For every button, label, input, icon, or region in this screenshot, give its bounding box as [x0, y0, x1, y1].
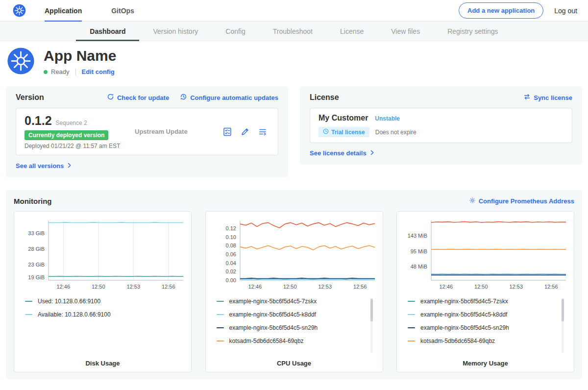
see-all-versions-label: See all versions	[16, 162, 64, 170]
status-text: Ready	[51, 68, 70, 75]
legend-swatch	[217, 301, 224, 302]
trial-license-label: Trial license	[331, 129, 365, 136]
preflight-checks-icon[interactable]	[222, 127, 232, 137]
svg-text:0.02: 0.02	[225, 268, 236, 274]
disk-usage-chart: 33 GiB28 GiB23 GiB19 GiB12:4612:5012:531…	[18, 218, 187, 292]
check-for-update-link[interactable]: Check for update	[107, 93, 169, 102]
edit-config-link[interactable]: Edit config	[82, 68, 115, 75]
add-application-button[interactable]: Add a new application	[459, 2, 543, 19]
legend-label: Available: 10.128.0.66:9100	[38, 311, 111, 318]
version-number: 0.1.2	[24, 114, 52, 127]
legend-item[interactable]: example-nginx-5bc6f5d4c5-k8ddf	[408, 311, 570, 318]
legend-item[interactable]: example-nginx-5bc6f5d4c5-k8ddf	[217, 311, 379, 318]
legend-label: example-nginx-5bc6f5d4c5-sn29h	[229, 324, 318, 331]
license-channel: Unstable	[375, 115, 400, 122]
customer-name: My Customer	[318, 114, 368, 122]
tab-view-files[interactable]: View files	[377, 22, 434, 41]
version-card: Version Check for update Configure autom…	[6, 86, 288, 177]
svg-text:0.08: 0.08	[225, 243, 236, 248]
license-card-title: License	[310, 93, 339, 102]
legend-label: example-nginx-5bc6f5d4c5-sn29h	[420, 324, 509, 331]
version-sequence: Sequence 2	[56, 120, 87, 126]
tab-version-history[interactable]: Version history	[139, 22, 212, 41]
configure-prometheus-link[interactable]: Configure Prometheus Address	[469, 197, 574, 205]
nav-tab-gitops[interactable]: GitOps	[111, 0, 134, 22]
svg-text:12:50: 12:50	[92, 284, 105, 290]
legend-item[interactable]: example-nginx-5bc6f5d4c5-7zskx	[408, 298, 570, 305]
tab-license[interactable]: License	[326, 22, 377, 41]
app-header: App Name Ready Edit config	[0, 41, 588, 81]
configure-prometheus-label: Configure Prometheus Address	[479, 197, 574, 205]
see-license-details-link[interactable]: See license details	[310, 149, 375, 157]
auto-update-icon	[180, 93, 187, 102]
legend-scrollbar[interactable]	[370, 298, 373, 353]
chart-title: Disk Usage	[18, 360, 187, 367]
see-all-versions-link[interactable]: See all versions	[16, 162, 72, 170]
see-license-details-label: See license details	[310, 149, 367, 157]
svg-text:33 GiB: 33 GiB	[28, 230, 45, 236]
legend-item[interactable]: example-nginx-5bc6f5d4c5-sn29h	[408, 324, 570, 331]
legend-item[interactable]: kotsadm-5db6dc6584-69qbz	[408, 338, 570, 344]
svg-text:12:53: 12:53	[509, 284, 523, 290]
chart-title: CPU Usage	[210, 360, 379, 367]
tab-config[interactable]: Config	[212, 22, 259, 41]
svg-text:23 GiB: 23 GiB	[28, 262, 45, 268]
legend-swatch	[408, 341, 415, 341]
legend-label: example-nginx-5bc6f5d4c5-k8ddf	[420, 311, 507, 318]
scrollbar-thumb[interactable]	[370, 299, 373, 321]
page-title: App Name	[44, 48, 116, 64]
customer-row: My Customer Unstable	[318, 114, 564, 122]
legend-label: example-nginx-5bc6f5d4c5-7zskx	[229, 298, 317, 305]
svg-text:12:46: 12:46	[248, 284, 262, 290]
app-logo-icon	[7, 47, 35, 75]
version-card-head: Version Check for update Configure autom…	[16, 93, 278, 102]
svg-text:48 MiB: 48 MiB	[411, 264, 427, 269]
gear-icon	[469, 197, 476, 205]
nav-tab-application[interactable]: Application	[45, 0, 82, 22]
divider	[75, 69, 76, 75]
version-card-actions: Check for update Configure automatic upd…	[107, 93, 278, 102]
memory-usage-chart: 143 MiB95 MiB48 MiB12:4612:5012:5312:56	[401, 218, 570, 292]
svg-text:12:50: 12:50	[283, 284, 296, 290]
svg-text:12:46: 12:46	[56, 284, 70, 290]
upstream-update-label: Upstream Update	[125, 128, 222, 135]
legend-scrollbar[interactable]	[562, 298, 564, 353]
clock-icon	[323, 128, 329, 136]
svg-text:0.00: 0.00	[225, 277, 236, 283]
logout-link[interactable]: Log out	[554, 7, 577, 15]
legend-swatch	[217, 314, 224, 315]
svg-text:0.12: 0.12	[225, 225, 236, 231]
scrollbar-thumb[interactable]	[562, 299, 564, 321]
tab-registry-settings[interactable]: Registry settings	[434, 22, 512, 41]
config-edit-icon[interactable]	[240, 127, 250, 137]
release-notes-icon[interactable]	[258, 127, 268, 137]
status-row: Ready Edit config	[44, 68, 116, 75]
svg-text:12:56: 12:56	[544, 284, 558, 290]
monitoring-head: Monitoring Configure Prometheus Address	[14, 197, 574, 205]
sync-icon	[523, 93, 531, 102]
legend-label: example-nginx-5bc6f5d4c5-7zskx	[420, 298, 508, 305]
disk-usage-legend: Used: 10.128.0.66:9100Available: 10.128.…	[25, 298, 187, 356]
sync-license-link[interactable]: Sync license	[523, 93, 572, 102]
legend-label: kotsadm-5db6dc6584-69qbz	[229, 338, 304, 344]
charts-row: 33 GiB28 GiB23 GiB19 GiB12:4612:5012:531…	[14, 211, 574, 372]
svg-text:95 MiB: 95 MiB	[411, 248, 427, 254]
legend-item[interactable]: example-nginx-5bc6f5d4c5-7zskx	[217, 298, 379, 305]
svg-text:12:56: 12:56	[162, 284, 175, 290]
legend-item[interactable]: Available: 10.128.0.66:9100	[25, 311, 187, 318]
legend-item[interactable]: kotsadm-5db6dc6584-69qbz	[217, 338, 379, 344]
app-header-text: App Name Ready Edit config	[44, 47, 116, 75]
version-info: 0.1.2Sequence 2 Currently deployed versi…	[24, 114, 125, 149]
tab-dashboard[interactable]: Dashboard	[76, 22, 139, 41]
monitoring-card: Monitoring Configure Prometheus Address …	[6, 190, 582, 379]
tab-troubleshoot[interactable]: Troubleshoot	[259, 22, 326, 41]
legend-item[interactable]: example-nginx-5bc6f5d4c5-sn29h	[217, 324, 379, 331]
app-sub-nav: Dashboard Version history Config Trouble…	[0, 22, 588, 41]
chart-title: Memory Usage	[401, 360, 570, 367]
legend-item[interactable]: Used: 10.128.0.66:9100	[25, 298, 187, 305]
legend-swatch	[408, 327, 415, 328]
legend-label: kotsadm-5db6dc6584-69qbz	[420, 338, 495, 344]
configure-automatic-updates-link[interactable]: Configure automatic updates	[180, 93, 278, 102]
configure-automatic-updates-label: Configure automatic updates	[190, 94, 278, 101]
svg-text:0.06: 0.06	[225, 251, 236, 257]
